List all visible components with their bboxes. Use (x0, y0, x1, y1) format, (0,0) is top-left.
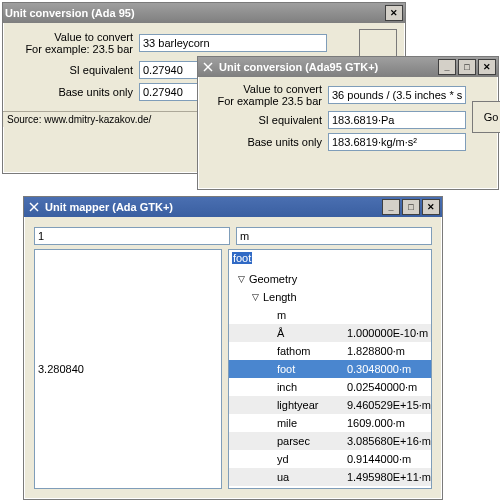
unit-name: foot (277, 363, 347, 375)
unit-input[interactable] (236, 227, 432, 245)
list-item[interactable]: lightyear9.460529E+15·m (229, 396, 431, 414)
chevron-down-icon[interactable]: ▽ (237, 274, 247, 284)
list-item[interactable]: fathom1.828800·m (229, 342, 431, 360)
minimize-icon[interactable]: _ (382, 199, 400, 215)
filter-text: foot (232, 252, 252, 264)
list-item[interactable]: ua1.495980E+11·m (229, 468, 431, 486)
unit-dropdown[interactable]: foot ▽ Geometry ▽ Length mÅ1.000000E-10·… (228, 249, 432, 489)
maximize-icon[interactable]: □ (402, 199, 420, 215)
chevron-down-icon[interactable]: ▽ (251, 292, 261, 302)
unit-name: mile (277, 417, 347, 429)
list-item[interactable]: mile1609.000·m (229, 414, 431, 432)
tree-group[interactable]: ▽ Length (229, 288, 431, 306)
maximize-icon[interactable]: □ (458, 59, 476, 75)
window-title: Unit conversion (Ada95 GTK+) (219, 61, 438, 73)
app-icon (201, 60, 215, 74)
unit-name: ua (277, 471, 347, 483)
base-label: Base units only (9, 86, 139, 98)
window-title: Unit mapper (Ada GTK+) (45, 201, 382, 213)
unit-value: 1.495980E+11·m (347, 471, 431, 483)
titlebar[interactable]: Unit conversion (Ada95 GTK+) _ □ ✕ (198, 57, 498, 77)
si-label: SI equivalent (9, 64, 139, 76)
titlebar[interactable]: Unit conversion (Ada 95) ✕ (3, 3, 405, 23)
unit-value: 3.085680E+16·m (347, 435, 431, 447)
list-item[interactable]: yd0.9144000·m (229, 450, 431, 468)
unit-name: m (277, 309, 347, 321)
result-output[interactable] (34, 249, 222, 489)
unit-name: fathom (277, 345, 347, 357)
si-label: SI equivalent (204, 114, 328, 126)
unit-tree[interactable]: ▽ Geometry ▽ Length mÅ1.000000E-10·mfath… (229, 266, 431, 488)
value-label: Value to convert For example: 23.5 bar (9, 31, 139, 55)
unit-value: 0.9144000·m (347, 453, 411, 465)
quantity-input[interactable] (34, 227, 230, 245)
unit-value: 1.828800·m (347, 345, 405, 357)
unit-name: yd (277, 453, 347, 465)
list-item[interactable]: foot0.3048000·m (229, 360, 431, 378)
dropdown-filter[interactable]: foot (229, 250, 431, 266)
base-label: Base units only (204, 136, 328, 148)
si-output[interactable] (328, 111, 466, 129)
unit-value: 1609.000·m (347, 417, 405, 429)
close-icon[interactable]: ✕ (422, 199, 440, 215)
group-label: Geometry (249, 273, 297, 285)
list-item[interactable]: m (229, 306, 431, 324)
value-input[interactable] (139, 34, 327, 52)
unit-value: 0.02540000·m (347, 381, 417, 393)
unit-value: 9.460529E+15·m (347, 399, 431, 411)
value-label: Value to convert For example 23.5 bar (204, 83, 328, 107)
app-icon (27, 200, 41, 214)
unit-value: 0.3048000·m (347, 363, 411, 375)
unit-name: parsec (277, 435, 347, 447)
unit-value: 1.000000E-10·m (347, 327, 428, 339)
close-icon[interactable]: ✕ (385, 5, 403, 21)
window-title: Unit conversion (Ada 95) (5, 7, 385, 19)
unit-name: Å (277, 327, 347, 339)
titlebar[interactable]: Unit mapper (Ada GTK+) _ □ ✕ (24, 197, 442, 217)
minimize-icon[interactable]: _ (438, 59, 456, 75)
unit-name: inch (277, 381, 347, 393)
list-item[interactable]: Å1.000000E-10·m (229, 324, 431, 342)
list-item[interactable]: parsec3.085680E+16·m (229, 432, 431, 450)
go-button[interactable]: Go (472, 101, 500, 133)
go-button[interactable] (359, 29, 397, 57)
value-input[interactable] (328, 86, 466, 104)
window-unit-conversion-gtk[interactable]: Unit conversion (Ada95 GTK+) _ □ ✕ Value… (197, 56, 499, 190)
group-label: Length (263, 291, 297, 303)
unit-name: lightyear (277, 399, 347, 411)
base-output[interactable] (328, 133, 466, 151)
close-icon[interactable]: ✕ (478, 59, 496, 75)
window-unit-mapper[interactable]: Unit mapper (Ada GTK+) _ □ ✕ foot (23, 196, 443, 500)
tree-group[interactable]: ▽ Geometry (229, 270, 431, 288)
list-item[interactable]: inch0.02540000·m (229, 378, 431, 396)
